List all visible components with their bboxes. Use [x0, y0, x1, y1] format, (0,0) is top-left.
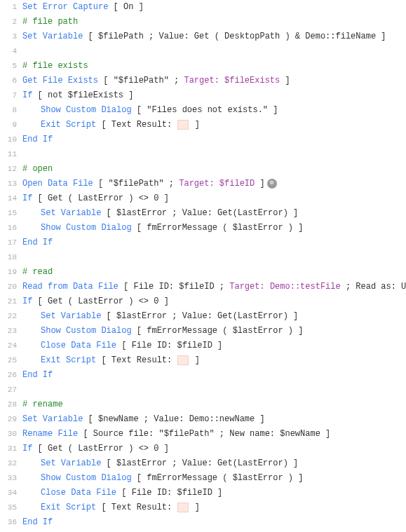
script-line[interactable]: 26End If [0, 368, 406, 383]
line-content[interactable]: Show Custom Dialog [ "Files does not exi… [22, 103, 406, 118]
script-line[interactable]: 8Show Custom Dialog [ "Files does not ex… [0, 103, 406, 118]
line-content[interactable]: Close Data File [ File ID: $fileID ] [22, 339, 406, 353]
line-content[interactable]: Get File Exists [ "$filePath" ; Target: … [22, 74, 406, 88]
script-line[interactable]: 15Set Variable [ $lastError ; Value: Get… [0, 206, 406, 221]
script-line[interactable]: 29Set Variable [ $newName ; Value: Demo:… [0, 412, 406, 427]
script-line[interactable]: 3Set Variable [ $filePath ; Value: Get (… [0, 29, 406, 44]
line-content[interactable]: Set Variable [ $lastError ; Value: Get(L… [22, 309, 406, 324]
line-content[interactable]: Set Error Capture [ On ] [22, 0, 406, 15]
script-line[interactable]: 28# rename [0, 397, 406, 412]
line-content[interactable]: End If [22, 515, 406, 530]
line-content[interactable]: Rename File [ Source file: "$filePath" ;… [22, 427, 406, 442]
script-line[interactable]: 30Rename File [ Source file: "$filePath"… [0, 427, 406, 442]
script-step-keyword: If [22, 444, 32, 453]
script-line[interactable]: 25Exit Script [ Text Result: ] [0, 353, 406, 368]
script-line[interactable]: 14If [ Get ( LastError ) <> 0 ] [0, 191, 406, 206]
line-content[interactable]: End If [22, 236, 406, 250]
line-content[interactable]: If [ Get ( LastError ) <> 0 ] [22, 191, 406, 206]
code-text: ] [280, 76, 290, 86]
code-text: [ fmErrorMessage ( $lastError ) ] [132, 326, 304, 336]
script-line[interactable]: 1Set Error Capture [ On ] [0, 0, 406, 15]
code-text: [ "Files does not exists." ] [132, 105, 278, 115]
line-content[interactable]: Set Variable [ $lastError ; Value: Get(L… [22, 456, 406, 471]
empty-result-box [177, 120, 189, 130]
script-line[interactable]: 7If [ not $fileExists ] [0, 88, 406, 103]
line-content[interactable]: Close Data File [ File ID: $fileID ] [22, 486, 406, 500]
line-content[interactable]: # file path [22, 15, 406, 29]
script-line[interactable]: 17End If [0, 236, 406, 250]
line-content[interactable]: Show Custom Dialog [ fmErrorMessage ( $l… [22, 324, 406, 339]
line-content[interactable]: Exit Script [ Text Result: ] [22, 118, 406, 132]
line-content[interactable]: # rename [22, 397, 406, 412]
script-step-keyword: Exit Script [41, 120, 96, 130]
script-line[interactable]: 2# file path [0, 15, 406, 29]
line-number: 8 [0, 103, 22, 118]
gear-icon[interactable]: ⚙ [267, 179, 277, 189]
line-content[interactable]: If [ Get ( LastError ) <> 0 ] [22, 294, 406, 309]
script-line[interactable]: 31If [ Get ( LastError ) <> 0 ] [0, 442, 406, 456]
line-content[interactable]: Exit Script [ Text Result: ] [22, 353, 406, 368]
script-line[interactable]: 19# read [0, 265, 406, 280]
code-text: [ $newName ; Value: Demo::newName ] [83, 414, 264, 424]
script-line[interactable]: 11 [0, 147, 406, 162]
script-step-keyword: End If [22, 517, 53, 527]
comment-text: # read [22, 267, 53, 277]
code-text: [ $lastError ; Value: Get(LastError) ] [101, 458, 298, 468]
script-step-keyword: Exit Script [41, 355, 96, 365]
line-number: 2 [0, 15, 22, 29]
line-content[interactable]: # open [22, 162, 406, 177]
code-text: ] [255, 179, 264, 189]
line-content[interactable]: Set Variable [ $newName ; Value: Demo::n… [22, 412, 406, 427]
script-line[interactable]: 22Set Variable [ $lastError ; Value: Get… [0, 309, 406, 324]
script-editor[interactable]: 1Set Error Capture [ On ]2# file path3Se… [0, 0, 406, 530]
script-line[interactable]: 32Set Variable [ $lastError ; Value: Get… [0, 456, 406, 471]
script-step-keyword: End If [22, 135, 53, 144]
code-text: [ "$filePath" ; [98, 76, 184, 86]
line-number: 18 [0, 250, 22, 265]
script-line[interactable]: 21If [ Get ( LastError ) <> 0 ] [0, 294, 406, 309]
script-line[interactable]: 9Exit Script [ Text Result: ] [0, 118, 406, 132]
script-line[interactable]: 6Get File Exists [ "$filePath" ; Target:… [0, 74, 406, 88]
line-content[interactable]: # file exists [22, 59, 406, 74]
empty-result-box [177, 503, 189, 512]
script-line[interactable]: 23Show Custom Dialog [ fmErrorMessage ( … [0, 324, 406, 339]
script-line[interactable]: 18 [0, 250, 406, 265]
line-content[interactable]: Set Variable [ $lastError ; Value: Get(L… [22, 206, 406, 221]
script-line[interactable]: 35Exit Script [ Text Result: ] [0, 500, 406, 515]
script-line[interactable]: 16Show Custom Dialog [ fmErrorMessage ( … [0, 221, 406, 236]
line-content[interactable]: Set Variable [ $filePath ; Value: Get ( … [22, 29, 406, 44]
script-line[interactable]: 12# open [0, 162, 406, 177]
script-step-keyword: Set Variable [41, 311, 101, 321]
script-line[interactable]: 34Close Data File [ File ID: $fileID ] [0, 486, 406, 500]
line-content[interactable]: Show Custom Dialog [ fmErrorMessage ( $l… [22, 471, 406, 486]
script-step-keyword: Show Custom Dialog [41, 223, 132, 233]
line-content[interactable]: Open Data File [ "$filePath" ; Target: $… [22, 177, 406, 191]
line-content[interactable]: Exit Script [ Text Result: ] [22, 500, 406, 515]
code-text: [ File ID: $fileID ; [119, 282, 229, 292]
line-number: 4 [0, 44, 22, 59]
script-line[interactable]: 27 [0, 383, 406, 397]
line-number: 12 [0, 162, 22, 177]
line-number: 10 [0, 132, 22, 147]
script-step-keyword: Set Variable [22, 414, 83, 424]
line-number: 21 [0, 294, 22, 309]
line-content[interactable]: # read [22, 265, 406, 280]
target-parameter: Target: $fileID [179, 179, 255, 189]
script-line[interactable]: 33Show Custom Dialog [ fmErrorMessage ( … [0, 471, 406, 486]
line-content[interactable]: Show Custom Dialog [ fmErrorMessage ( $l… [22, 221, 406, 236]
script-line[interactable]: 4 [0, 44, 406, 59]
line-number: 34 [0, 486, 22, 500]
code-text: [ Get ( LastError ) <> 0 ] [32, 296, 168, 306]
script-line[interactable]: 5# file exists [0, 59, 406, 74]
script-line[interactable]: 13Open Data File [ "$filePath" ; Target:… [0, 177, 406, 191]
script-line[interactable]: 36End If [0, 515, 406, 530]
line-content[interactable]: End If [22, 368, 406, 383]
line-content[interactable]: If [ not $fileExists ] [22, 88, 406, 103]
script-line[interactable]: 20Read from Data File [ File ID: $fileID… [0, 280, 406, 294]
line-content[interactable]: If [ Get ( LastError ) <> 0 ] [22, 442, 406, 456]
line-number: 27 [0, 383, 22, 397]
script-line[interactable]: 10End If [0, 132, 406, 147]
line-content[interactable]: End If [22, 132, 406, 147]
line-content[interactable]: Read from Data File [ File ID: $fileID ;… [22, 280, 406, 294]
script-line[interactable]: 24Close Data File [ File ID: $fileID ] [0, 339, 406, 353]
